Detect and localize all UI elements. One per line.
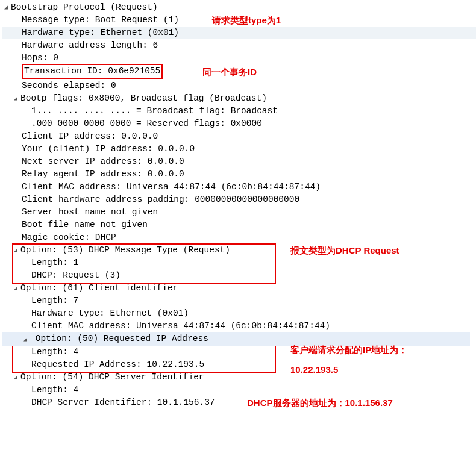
field-opt54[interactable]: ◢ Option: (54) DHCP Server Identifier	[2, 371, 474, 384]
field-label: Hops: 0	[22, 52, 58, 64]
field-label: Relay agent IP address: 0.0.0.0	[22, 168, 184, 181]
field-label: Next server IP address: 0.0.0.0	[22, 155, 184, 168]
toggle-icon[interactable]: ◢	[12, 371, 19, 384]
field-label: Transaction ID: 0x6e921055	[24, 66, 160, 76]
field-label: Length: 4	[31, 346, 78, 358]
field-flag-res[interactable]: .000 0000 0000 0000 = Reserved flags: 0x…	[2, 117, 474, 130]
annotation-txid: 同一个事务ID	[202, 66, 257, 78]
annotation-req: 报文类型为DHCP Request	[290, 244, 399, 257]
field-yiaddr[interactable]: Your (client) IP address: 0.0.0.0	[2, 143, 474, 155]
field-label: Client MAC address: Universa_44:87:44 (6…	[22, 181, 321, 193]
field-opt61-hw[interactable]: Hardware type: Ethernet (0x01)	[2, 307, 474, 320]
field-label: 1... .... .... .... = Broadcast flag: Br…	[31, 105, 278, 117]
field-label: Server host name not given	[22, 206, 158, 219]
field-ciaddr[interactable]: Client IP address: 0.0.0.0	[2, 130, 474, 143]
toggle-icon[interactable]: ◢	[12, 92, 19, 105]
field-label: Client IP address: 0.0.0.0	[22, 130, 158, 143]
field-label: Option: (50) Requested IP Address	[36, 334, 208, 343]
field-opt50-val[interactable]: Requested IP Address: 10.22.193.5 10.22.…	[2, 358, 474, 371]
annotation-reqip1: 客户端请求分配的IP地址为：	[290, 343, 407, 356]
field-label: Bootp flags: 0x8000, Broadcast flag (Bro…	[20, 92, 267, 105]
field-opt50-len[interactable]: Length: 4 客户端请求分配的IP地址为：	[2, 346, 474, 358]
field-opt53-len[interactable]: Length: 1	[2, 257, 474, 269]
toggle-icon[interactable]: ◢	[2, 1, 10, 14]
field-secs[interactable]: Seconds elapsed: 0	[2, 80, 474, 92]
annotation-server: DHCP服务器的地址为：10.1.156.37	[247, 396, 393, 409]
field-label: Hardware type: Ethernet (0x01)	[22, 28, 179, 37]
field-label: Length: 4	[31, 384, 78, 396]
field-opt61-mac[interactable]: Client MAC address: Universa_44:87:44 (6…	[2, 320, 474, 332]
tree-root[interactable]: ◢ Bootstrap Protocol (Request)	[2, 1, 474, 14]
field-hops[interactable]: Hops: 0	[2, 52, 474, 64]
field-label: Option: (53) DHCP Message Type (Request)	[20, 244, 230, 257]
field-opt61-len[interactable]: Length: 7	[2, 295, 474, 307]
field-label: Bootstrap Protocol (Request)	[11, 1, 158, 14]
field-chpad[interactable]: Client hardware address padding: 0000000…	[2, 193, 474, 206]
field-label: DHCP Server Identifier: 10.1.156.37	[31, 396, 215, 409]
field-opt54-val[interactable]: DHCP Server Identifier: 10.1.156.37 DHCP…	[2, 396, 474, 409]
field-label: Your (client) IP address: 0.0.0.0	[22, 143, 195, 155]
field-label: Option: (61) Client identifier	[20, 282, 178, 295]
field-flag-bc[interactable]: 1... .... .... .... = Broadcast flag: Br…	[2, 105, 474, 117]
field-label: Length: 7	[31, 295, 78, 307]
field-label: Hardware type: Ethernet (0x01)	[31, 307, 189, 320]
field-chaddr[interactable]: Client MAC address: Universa_44:87:44 (6…	[2, 181, 474, 193]
box-txid: Transaction ID: 0x6e921055	[22, 64, 163, 79]
field-hw-len[interactable]: Hardware address length: 6	[2, 39, 474, 52]
field-label: Requested IP Address: 10.22.193.5	[31, 358, 204, 371]
field-siaddr[interactable]: Next server IP address: 0.0.0.0	[2, 155, 474, 168]
field-opt53-val[interactable]: DHCP: Request (3)	[2, 269, 474, 282]
field-cookie[interactable]: Magic cookie: DHCP	[2, 231, 474, 244]
field-label: Option: (54) DHCP Server Identifier	[20, 371, 204, 384]
field-label: Boot file name not given	[22, 219, 148, 231]
field-label: DHCP: Request (3)	[31, 269, 121, 282]
field-message-type[interactable]: Message type: Boot Request (1) 请求类型type为…	[2, 14, 474, 27]
field-label: Magic cookie: DHCP	[22, 231, 116, 244]
field-label: Message type: Boot Request (1)	[22, 14, 179, 27]
field-opt53[interactable]: ◢ Option: (53) DHCP Message Type (Reques…	[2, 244, 474, 257]
annotation-type1: 请求类型type为1	[212, 14, 281, 27]
field-sname[interactable]: Server host name not given	[2, 206, 474, 219]
field-opt54-len[interactable]: Length: 4	[2, 384, 474, 396]
field-giaddr[interactable]: Relay agent IP address: 0.0.0.0	[2, 168, 474, 181]
field-flags[interactable]: ◢ Bootp flags: 0x8000, Broadcast flag (B…	[2, 92, 474, 105]
toggle-icon[interactable]: ◢	[12, 282, 19, 295]
field-label: Client MAC address: Universa_44:87:44 (6…	[31, 320, 330, 332]
field-hw-type[interactable]: Hardware type: Ethernet (0x01)	[2, 27, 476, 39]
field-label: Seconds elapsed: 0	[22, 80, 116, 92]
field-label: Length: 1	[31, 257, 78, 269]
toggle-icon[interactable]: ◢	[12, 244, 19, 257]
field-opt61[interactable]: ◢ Option: (61) Client identifier	[2, 282, 474, 295]
field-label: Client hardware address padding: 0000000…	[22, 193, 299, 206]
field-bfile[interactable]: Boot file name not given	[2, 219, 474, 231]
field-txid[interactable]: Transaction ID: 0x6e921055 同一个事务ID	[2, 64, 474, 80]
field-label: Hardware address length: 6	[22, 39, 158, 52]
field-label: .000 0000 0000 0000 = Reserved flags: 0x…	[31, 117, 262, 130]
toggle-icon[interactable]: ◢	[22, 333, 29, 346]
